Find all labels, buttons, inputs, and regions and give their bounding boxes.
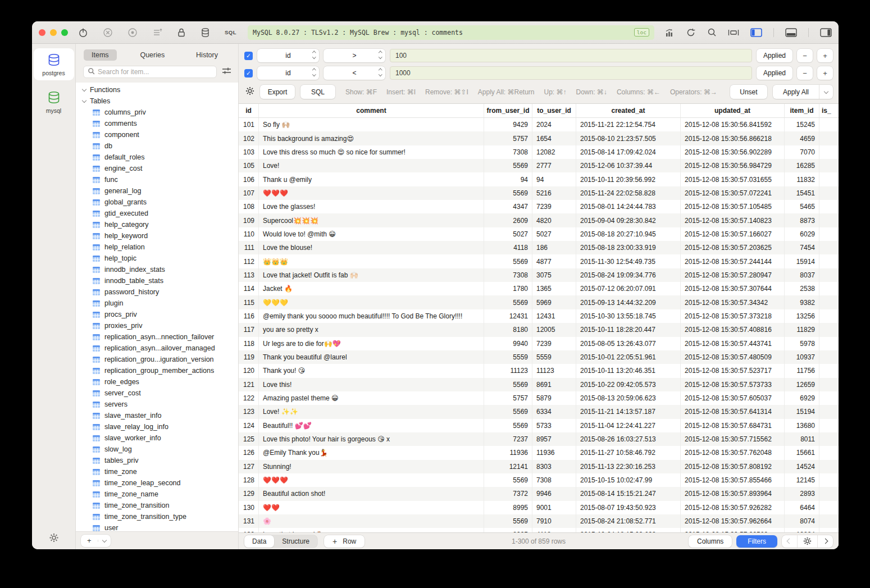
cell[interactable] bbox=[819, 323, 839, 336]
filter-operator-select[interactable]: > bbox=[324, 49, 385, 62]
cell[interactable] bbox=[819, 432, 839, 446]
cell[interactable]: 124 bbox=[239, 419, 259, 432]
cell[interactable]: 8873 bbox=[785, 213, 819, 227]
cell[interactable] bbox=[819, 473, 839, 487]
cell[interactable]: 15914 bbox=[785, 254, 819, 268]
rail-settings-gear-icon[interactable] bbox=[49, 533, 58, 545]
add-filter-button[interactable]: + bbox=[817, 66, 833, 80]
cell[interactable]: 2015-08-13 20:59:06.623 bbox=[576, 391, 681, 405]
cell[interactable]: 12431 bbox=[484, 309, 532, 323]
sidebar-item-table[interactable]: slave_relay_log_info bbox=[76, 421, 238, 432]
cell[interactable]: 7308 bbox=[484, 145, 532, 159]
cell[interactable]: Love this dress so much 😍 so nice for su… bbox=[259, 145, 484, 159]
cell[interactable]: 2015-10-11 18:28:20.447 bbox=[576, 323, 681, 336]
cell[interactable] bbox=[819, 131, 839, 145]
cell[interactable]: Love that jacket! Outfit is fab 🙌🏻 bbox=[259, 268, 484, 282]
cell[interactable]: 2015-12-08 15:30:57.307644 bbox=[681, 282, 785, 295]
cell[interactable] bbox=[819, 241, 839, 254]
sidebar-item-table[interactable]: help_keyword bbox=[76, 230, 238, 241]
cell[interactable]: 1780 bbox=[484, 282, 532, 295]
cell[interactable]: 8957 bbox=[532, 432, 576, 446]
close-window-button[interactable] bbox=[39, 29, 45, 36]
cell[interactable]: 2015-11-27 10:58:46.792 bbox=[576, 446, 681, 459]
sidebar-item-table[interactable]: component bbox=[76, 129, 238, 140]
cell[interactable]: 2015-12-08 15:30:57.166027 bbox=[681, 227, 785, 241]
add-item-dropdown[interactable] bbox=[98, 540, 111, 542]
table-row[interactable]: 122Amazing pastel theme 😁575758792015-08… bbox=[239, 391, 839, 405]
target-icon[interactable] bbox=[127, 28, 138, 38]
filter-enabled-checkbox[interactable]: ✓ bbox=[244, 52, 253, 60]
cell[interactable]: 2015-12-08 15:30:56.841592 bbox=[681, 118, 785, 131]
cell[interactable]: Beautiful action shot! bbox=[259, 487, 484, 500]
cell[interactable]: 6929 bbox=[785, 391, 819, 405]
sidebar-item-table[interactable]: time_zone_transition_type bbox=[76, 511, 238, 522]
cell[interactable]: 2015-10-30 13:55:18.745 bbox=[576, 309, 681, 323]
table-row[interactable]: 113Love that jacket! Outfit is fab 🙌🏻730… bbox=[239, 268, 839, 282]
column-header-item_id[interactable]: item_id bbox=[785, 104, 819, 117]
cell[interactable]: 116 bbox=[239, 309, 259, 323]
applied-button[interactable]: Applied bbox=[757, 66, 792, 80]
cell[interactable]: 5216 bbox=[532, 186, 576, 200]
cell[interactable] bbox=[819, 405, 839, 418]
sidebar-item-table[interactable]: time_zone_leap_second bbox=[76, 477, 238, 489]
sidebar-item-table[interactable]: global_grants bbox=[76, 197, 238, 208]
sidebar-item-table[interactable]: replication_asyn...nnection_failover bbox=[76, 331, 238, 343]
table-row[interactable]: 110Would love to! @mith 😁502750272015-08… bbox=[239, 227, 839, 241]
cell[interactable] bbox=[819, 419, 839, 432]
cell[interactable] bbox=[819, 364, 839, 377]
cell[interactable]: 16285 bbox=[785, 159, 819, 172]
cell[interactable]: 9001 bbox=[532, 501, 576, 514]
cell[interactable]: 2015-12-08 15:30:57.244144 bbox=[681, 254, 785, 268]
cell[interactable]: 🌸 bbox=[259, 514, 484, 528]
cell[interactable]: Thank you! 😘 bbox=[259, 364, 484, 377]
sidebar-item-table[interactable]: help_relation bbox=[76, 241, 238, 253]
sidebar-item-table[interactable]: func bbox=[76, 174, 238, 185]
column-header-updated_at[interactable]: updated_at bbox=[681, 104, 785, 117]
apply-all-dropdown[interactable] bbox=[819, 85, 833, 99]
cell[interactable]: @emily thank you soooo much beautiful!!!… bbox=[259, 309, 484, 323]
cell[interactable]: 2015-12-08 15:30:57.715562 bbox=[681, 432, 785, 446]
cell[interactable]: 5559 bbox=[484, 350, 532, 364]
table-row[interactable]: 119Thank you beautiful @laurel5559555920… bbox=[239, 350, 839, 364]
cell[interactable]: 2015-08-05 13:26:43.077 bbox=[576, 337, 681, 350]
cell[interactable] bbox=[819, 528, 839, 532]
cell[interactable]: 94 bbox=[484, 172, 532, 186]
sidebar-item-table[interactable]: time_zone bbox=[76, 466, 238, 477]
cell[interactable]: 2015-12-08 15:30:56.984729 bbox=[681, 159, 785, 172]
cell[interactable]: 2015-12-08 15:30:57.762048 bbox=[681, 446, 785, 459]
filters-button[interactable]: Filters bbox=[736, 535, 777, 548]
cell[interactable]: 2015-10-11 13:20:46.351 bbox=[576, 364, 681, 377]
zoom-window-button[interactable] bbox=[61, 29, 68, 36]
cell[interactable] bbox=[819, 337, 839, 350]
cell[interactable]: 121 bbox=[239, 378, 259, 391]
table-row[interactable]: 125Love this photo! Your hair is gorgeou… bbox=[239, 432, 839, 446]
cell[interactable]: 2015-11-30 12:54:49.735 bbox=[576, 254, 681, 268]
cell[interactable]: 7237 bbox=[484, 432, 532, 446]
cell[interactable]: 125 bbox=[239, 432, 259, 446]
cell[interactable]: 12082 bbox=[532, 145, 576, 159]
cell[interactable]: 2015-12-08 15:30:57.523717 bbox=[681, 364, 785, 377]
prev-page-button[interactable] bbox=[782, 535, 797, 548]
filter-value-input[interactable] bbox=[390, 49, 752, 62]
cell[interactable]: 2015-12-08 15:30:57.34342 bbox=[681, 295, 785, 309]
cell[interactable]: 9429 bbox=[484, 118, 532, 131]
cell[interactable]: 2015-08-24 21:08:52.771 bbox=[576, 514, 681, 528]
cell[interactable]: 123 bbox=[239, 405, 259, 418]
export-button[interactable]: Export bbox=[260, 85, 295, 99]
cell[interactable]: 2015-08-07 19:43:50.923 bbox=[576, 501, 681, 514]
table-row[interactable]: 131🌸556979102015-08-24 21:08:52.7712015-… bbox=[239, 514, 839, 528]
sql-button[interactable]: SQL bbox=[300, 85, 335, 99]
cell[interactable]: 2024 bbox=[532, 118, 576, 131]
table-row[interactable]: 121Love this!556986912015-10-22 09:42:05… bbox=[239, 378, 839, 391]
cell[interactable] bbox=[819, 501, 839, 514]
cell[interactable]: 2015-12-08 15:30:57.140823 bbox=[681, 213, 785, 227]
cell[interactable]: 2015-12-08 15:30:56.902289 bbox=[681, 145, 785, 159]
cell[interactable]: @Emily Thank you💃 bbox=[259, 446, 484, 459]
sidebar-item-table[interactable]: replication_asyn...ailover_managed bbox=[76, 343, 238, 354]
next-page-button[interactable] bbox=[817, 535, 833, 548]
cell[interactable] bbox=[819, 295, 839, 309]
cell[interactable] bbox=[819, 118, 839, 131]
cell[interactable]: Stunning! bbox=[259, 460, 484, 473]
cell[interactable]: 2015-10-22 09:42:05.573 bbox=[576, 378, 681, 391]
cell[interactable]: 2015-12-08 15:30:57.855466 bbox=[681, 473, 785, 487]
